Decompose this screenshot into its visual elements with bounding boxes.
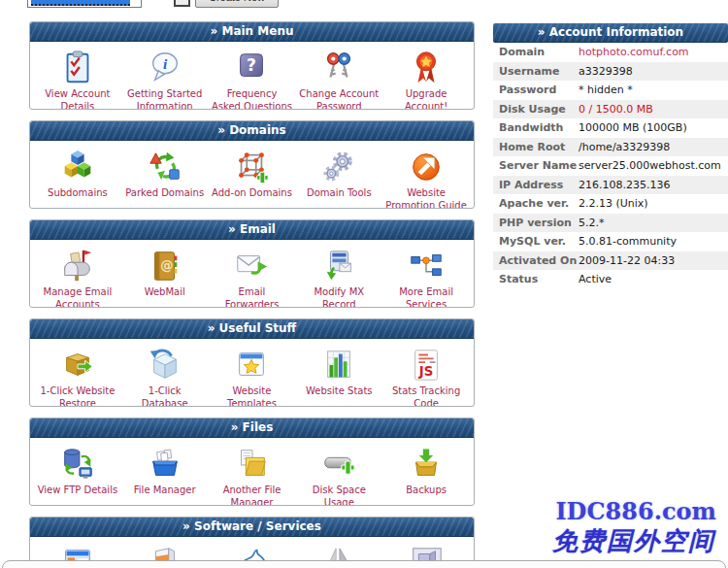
- menu-item-label: Modify MX Record: [295, 286, 382, 308]
- keys-icon: [295, 48, 382, 88]
- bottom-bar-sliver: [2, 560, 726, 568]
- go-button[interactable]: Go: [174, 0, 190, 7]
- server-mail-icon: [295, 246, 382, 286]
- menu-item[interactable]: Parked Domains: [121, 147, 209, 209]
- account-row: Bandwidth100000 MB (100GB): [493, 118, 728, 138]
- menu-item[interactable]: Add-on Domains: [209, 147, 296, 209]
- account-row: PHP version5.2.*: [493, 214, 728, 233]
- menu-item-label: WebMail: [121, 286, 209, 299]
- account-row: IP Address216.108.235.136: [493, 176, 728, 195]
- menu-item-label: File Manager: [121, 484, 209, 497]
- domain-input[interactable]: [27, 0, 142, 8]
- account-details-icon: [34, 48, 121, 88]
- menu-item[interactable]: Website Templates: [209, 345, 296, 407]
- account-row: StatusActive: [493, 270, 728, 289]
- create-new-button[interactable]: Create New: [195, 0, 279, 8]
- section-header: » Useful Stuff: [30, 319, 474, 339]
- menu-item[interactable]: Manage Email Accounts: [34, 246, 121, 308]
- menu-item-label: Website Templates: [209, 385, 296, 407]
- menu-item[interactable]: Change Account Password: [295, 48, 382, 110]
- menu-item[interactable]: Modify MX Record: [295, 246, 382, 308]
- account-row: Password* hidden *: [493, 81, 728, 100]
- mailbox-icon: [34, 246, 121, 286]
- account-row-value: 100000 MB (100GB): [579, 121, 687, 134]
- menu-item[interactable]: Another File Manager: [209, 444, 296, 506]
- window-star-icon: [209, 345, 296, 385]
- account-row: Apache ver.2.2.13 (Unix): [493, 194, 728, 214]
- menu-item-label: View Account Details: [34, 88, 121, 110]
- menu-item[interactable]: Disk Space Usage: [295, 444, 382, 506]
- account-row-label: Username: [493, 65, 579, 78]
- section-useful-stuff: » Useful Stuff1-Click Website Restore1-C…: [29, 318, 475, 407]
- menu-item-label: View FTP Details: [34, 484, 121, 497]
- account-row-value: a3329398: [579, 65, 633, 78]
- menu-item[interactable]: File Manager: [121, 444, 209, 506]
- js-code-icon: JS: [382, 345, 470, 385]
- svg-text:@: @: [160, 258, 173, 273]
- section-header: » Main Menu: [30, 22, 474, 42]
- menu-item[interactable]: 1-Click Website Restore: [34, 345, 121, 407]
- menu-item-label: Disk Space Usage: [295, 484, 382, 506]
- node-diagram-icon: [382, 246, 470, 286]
- ftp-transfer-icon: [34, 444, 121, 484]
- webhost-control-panel: { "top_bar": { "go_label": "Go", "create…: [0, 0, 728, 568]
- account-row-label: MySQL ver.: [493, 235, 579, 248]
- section-body: 1-Click Website Restore1-Click Database …: [30, 339, 474, 407]
- menu-item[interactable]: Domain Tools: [295, 147, 382, 209]
- account-row-value: * hidden *: [579, 84, 633, 96]
- menu-sections: » Main MenuView Account DetailsiGetting …: [29, 21, 475, 568]
- network-cube-plus-icon: [209, 147, 296, 187]
- menu-item-label: Add-on Domains: [209, 187, 296, 200]
- account-row-value[interactable]: hotphoto.comuf.com: [579, 46, 689, 58]
- menu-item[interactable]: Upgrade Account!: [382, 48, 470, 110]
- menu-item-label: Change Account Password: [295, 88, 382, 110]
- menu-item[interactable]: Subdomains: [34, 147, 121, 209]
- menu-item[interactable]: Backups: [382, 444, 470, 506]
- menu-item-label: Backups: [382, 484, 470, 497]
- menu-item[interactable]: ?Frequency Asked Questions: [209, 48, 296, 110]
- menu-item-label: Website Stats: [295, 385, 382, 398]
- account-row-value: /home/a3329398: [579, 141, 670, 153]
- menu-item[interactable]: Email Forwarders: [209, 246, 296, 308]
- menu-item[interactable]: More Email Services: [382, 246, 470, 308]
- menu-item[interactable]: Website Stats: [295, 345, 382, 407]
- menu-item-label: 1-Click Website Restore: [34, 385, 121, 407]
- recycle-arrows-icon: [121, 147, 209, 187]
- menu-item[interactable]: Website Promotion Guide: [382, 147, 470, 209]
- section-header: » Domains: [30, 121, 474, 141]
- menu-item[interactable]: @WebMail: [121, 246, 209, 308]
- account-row-value: server25.000webhost.com: [579, 159, 721, 172]
- account-row-label: Disk Usage: [493, 103, 579, 116]
- account-information-panel: » Account Information Domainhotphoto.com…: [493, 23, 728, 289]
- menu-item[interactable]: JSStats Tracking Code: [382, 345, 470, 407]
- file-box-icon: [121, 444, 209, 484]
- watermark-brand-text: IDC886.com: [555, 497, 716, 525]
- account-row: Usernamea3329398: [493, 62, 728, 82]
- account-row-value: 0 / 1500.0 MB: [579, 103, 653, 116]
- menu-item-label: Another File Manager: [209, 484, 296, 506]
- envelope-forward-icon: [209, 246, 296, 286]
- svg-text:?: ?: [248, 55, 257, 75]
- account-row: Disk Usage0 / 1500.0 MB: [493, 100, 728, 119]
- menu-item-label: Domain Tools: [295, 187, 382, 200]
- menu-item-label: 1-Click Database Restore: [121, 385, 209, 407]
- account-row-label: Activated On: [493, 254, 579, 267]
- menu-item-label: Parked Domains: [121, 187, 209, 200]
- account-row-label: Password: [493, 84, 579, 96]
- account-row: Activated On2009-11-22 04:33: [493, 251, 728, 271]
- promotion-arrow-icon: [382, 147, 470, 187]
- disk-plus-icon: [295, 444, 382, 484]
- section-main-menu: » Main MenuView Account DetailsiGetting …: [29, 21, 475, 110]
- menu-item[interactable]: iGetting Started Information: [121, 48, 209, 110]
- menu-item[interactable]: 1-Click Database Restore: [121, 345, 209, 407]
- account-row-label: IP Address: [493, 179, 579, 191]
- section-body: SubdomainsParked DomainsAdd-on DomainsDo…: [30, 141, 474, 209]
- account-row-label: Server Name: [493, 159, 579, 172]
- menu-item[interactable]: View Account Details: [34, 48, 121, 110]
- section-email: » EmailManage Email Accounts@WebMailEmai…: [29, 219, 475, 308]
- menu-item[interactable]: View FTP Details: [34, 444, 121, 506]
- account-row-label: Domain: [493, 46, 579, 58]
- top-form: Go Create New: [27, 0, 309, 9]
- cube-arrow-left-icon: [121, 345, 209, 385]
- account-row: Domainhotphoto.comuf.com: [493, 43, 728, 62]
